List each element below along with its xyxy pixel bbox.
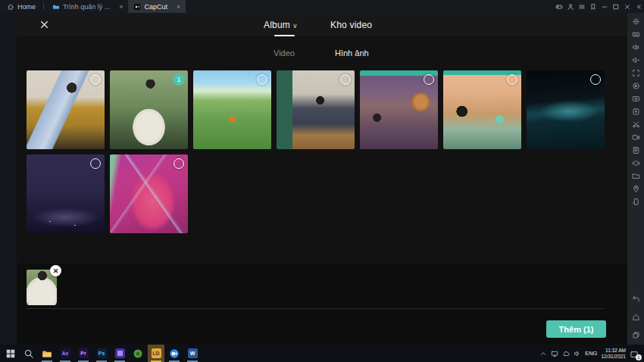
minimize-button[interactable] bbox=[599, 0, 610, 13]
sidebar-back-button[interactable] bbox=[630, 294, 642, 303]
thumbnail-cartoon-game-characters[interactable] bbox=[443, 70, 521, 149]
window-tab-label: CapCut bbox=[144, 3, 167, 11]
selection-circle-icon[interactable] bbox=[90, 158, 101, 169]
taskbar-word-button[interactable]: W bbox=[184, 345, 201, 362]
sidebar-folder-button[interactable] bbox=[630, 171, 642, 180]
taskbar-zoom-button[interactable] bbox=[166, 345, 183, 362]
subtab-video[interactable]: Video bbox=[274, 48, 295, 58]
taskbar-purple-video-app-button[interactable] bbox=[111, 345, 128, 362]
gamepad-button[interactable] bbox=[553, 0, 564, 13]
selection-circle-icon[interactable] bbox=[340, 74, 351, 85]
titlebar: Home Trình quản lý ... × CapCut × bbox=[0, 0, 644, 13]
after-effects-icon: Ae bbox=[61, 348, 70, 358]
sidebar-location-button[interactable] bbox=[630, 184, 642, 193]
window-tabs: Trình quản lý ... × CapCut × bbox=[47, 0, 186, 13]
windows-taskbar: AePrPsLDW ENG 11:32 AM 12/31/2021 1 bbox=[0, 345, 644, 362]
user-button[interactable] bbox=[564, 0, 576, 13]
sidebar-operation-record-button[interactable] bbox=[630, 81, 642, 90]
maximize-button[interactable] bbox=[610, 0, 621, 13]
thumbnail-man-in-white-hoodie[interactable]: 1 bbox=[110, 70, 188, 149]
word-icon: W bbox=[188, 348, 198, 358]
volume-down-icon bbox=[632, 56, 640, 64]
thumbnail-man-holding-giant-phone[interactable] bbox=[27, 70, 105, 149]
sidebar-cut-button[interactable] bbox=[630, 120, 642, 129]
script-icon bbox=[632, 146, 640, 154]
taskbar-premiere-pro-button[interactable]: Pr bbox=[75, 345, 92, 362]
sidebar-fullscreen-button[interactable] bbox=[630, 68, 642, 77]
keyboard-icon bbox=[632, 30, 640, 39]
taskbar-start-button[interactable] bbox=[2, 345, 19, 362]
taskbar-photoshop-button[interactable]: Ps bbox=[93, 345, 110, 362]
selection-circle-icon[interactable] bbox=[507, 74, 517, 85]
taskbar-after-effects-button[interactable]: Ae bbox=[57, 345, 73, 362]
taskbar-file-explorer-button[interactable] bbox=[39, 345, 55, 362]
tab-album[interactable]: Album∨ bbox=[264, 20, 298, 30]
menu-button[interactable] bbox=[576, 0, 587, 13]
thumbnail-cartoon-game-ferris-wheel[interactable] bbox=[360, 70, 438, 149]
thumbnail-night-mountain-landscape[interactable] bbox=[527, 70, 605, 149]
remove-selected-button[interactable]: ✕ bbox=[50, 265, 61, 276]
shake-icon bbox=[632, 159, 640, 167]
cut-icon bbox=[632, 120, 640, 129]
notification-count-badge: 1 bbox=[636, 354, 642, 360]
sidebar-screenshot-button[interactable] bbox=[630, 94, 642, 103]
gamepad-icon bbox=[555, 3, 563, 11]
search-icon bbox=[23, 348, 34, 359]
tab-close-icon[interactable]: × bbox=[177, 3, 180, 11]
taskbar-green-circle-app-button[interactable] bbox=[130, 345, 146, 362]
home-button[interactable]: Home bbox=[0, 3, 43, 11]
selection-badge[interactable]: 1 bbox=[173, 73, 185, 86]
close-button[interactable] bbox=[621, 0, 633, 13]
window-tab-file-manager[interactable]: Trình quản lý ... × bbox=[47, 0, 128, 13]
menu-icon bbox=[578, 3, 586, 11]
action-center-button[interactable]: 1 bbox=[630, 348, 640, 359]
sidebar-keyboard-button[interactable] bbox=[630, 30, 642, 39]
start-icon bbox=[5, 348, 16, 359]
collapse-button[interactable] bbox=[633, 0, 644, 13]
tray-chevron-up-button[interactable] bbox=[539, 350, 547, 357]
screen-record-icon bbox=[632, 133, 640, 142]
sidebar-rotate-button[interactable] bbox=[630, 197, 642, 206]
selection-circle-icon[interactable] bbox=[590, 74, 601, 85]
sidebar-recent-apps-button[interactable] bbox=[630, 330, 642, 339]
sidebar-script-button[interactable] bbox=[630, 145, 642, 154]
sidebar-apk-install-button[interactable] bbox=[630, 107, 642, 116]
window-tab-capcut[interactable]: CapCut × bbox=[128, 0, 186, 13]
clock[interactable]: 11:32 AM 12/31/2021 bbox=[601, 348, 626, 359]
thumbnail-dragon-ball-game-scene[interactable] bbox=[193, 70, 271, 149]
back-icon bbox=[632, 295, 640, 303]
emulator-window: Home Trình quản lý ... × CapCut × Album∨… bbox=[0, 0, 644, 362]
tab-kho-video[interactable]: Kho video bbox=[330, 20, 372, 30]
tab-close-icon[interactable]: × bbox=[119, 3, 123, 11]
selection-panel bbox=[17, 264, 627, 345]
sidebar-screen-record-button[interactable] bbox=[630, 133, 642, 142]
sidebar-nav-home-button[interactable] bbox=[630, 312, 642, 321]
selection-circle-icon[interactable] bbox=[90, 74, 101, 85]
bookmark-button[interactable] bbox=[587, 0, 599, 13]
sidebar-volume-up-button[interactable] bbox=[630, 42, 642, 51]
tray-monitor-button[interactable] bbox=[551, 350, 558, 357]
picker-header: Album∨ Kho video bbox=[17, 13, 627, 36]
sidebar-shake-button[interactable] bbox=[630, 158, 642, 167]
tray-speaker-tray-button[interactable] bbox=[574, 350, 581, 357]
sidebar-settings-button[interactable] bbox=[630, 17, 642, 26]
recent-apps-icon bbox=[632, 331, 640, 339]
folder-icon bbox=[632, 172, 640, 180]
selection-circle-icon[interactable] bbox=[424, 74, 434, 85]
taskbar-ldplayer-button[interactable]: LD bbox=[148, 345, 164, 362]
selection-circle-icon[interactable] bbox=[174, 158, 184, 169]
subtab-hinh-anh[interactable]: Hình ảnh bbox=[335, 48, 369, 58]
fullscreen-icon bbox=[632, 69, 640, 77]
taskbar-search-button[interactable] bbox=[20, 345, 37, 362]
add-button[interactable]: Thêm (1) bbox=[546, 320, 606, 338]
close-icon bbox=[624, 3, 631, 11]
thumbnail-purple-night-city[interactable] bbox=[27, 154, 105, 233]
android-nav-buttons bbox=[627, 294, 644, 339]
picker-close-button[interactable] bbox=[38, 18, 51, 31]
thumbnail-student-sleeping-classroom[interactable] bbox=[277, 70, 355, 149]
thumbnail-pink-abstract-art[interactable] bbox=[110, 154, 188, 233]
sidebar-volume-down-button[interactable] bbox=[630, 55, 642, 64]
language-indicator[interactable]: ENG bbox=[585, 350, 597, 357]
tray-cloud-button[interactable] bbox=[562, 350, 570, 357]
selection-circle-icon[interactable] bbox=[257, 74, 267, 85]
